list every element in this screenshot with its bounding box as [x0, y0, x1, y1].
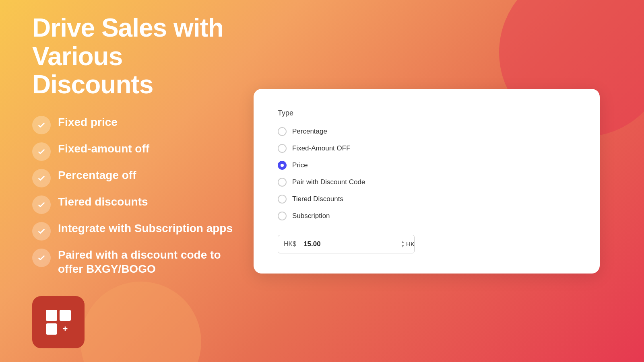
price-input[interactable] — [300, 235, 395, 253]
right-panel: Type Percentage Fixed-Amount OFF Price P… — [242, 89, 612, 274]
radio-label-tiered-discounts: Tiered Discounts — [292, 195, 343, 203]
feature-item-percentage-off: Percentage off — [32, 168, 242, 187]
radio-label-price: Price — [292, 161, 308, 169]
check-icon-tiered-discounts — [37, 200, 46, 209]
check-circle-tiered-discounts — [32, 195, 51, 214]
currency-section[interactable]: ▲ ▼ HKD — [395, 235, 415, 253]
check-icon-fixed-amount-off — [37, 147, 46, 156]
feature-item-paired-discount: Paired with a discount code to offer BXG… — [32, 248, 242, 276]
feature-item-fixed-price: Fixed price — [32, 115, 242, 134]
feature-item-tiered-discounts: Tiered discounts — [32, 195, 242, 214]
currency-code: HKD — [406, 241, 415, 247]
radio-circle-pair-discount-code — [278, 178, 287, 187]
price-prefix: HK$ — [278, 236, 300, 253]
check-circle-fixed-price — [32, 116, 51, 134]
radio-circle-percentage — [278, 127, 287, 136]
feature-label-tiered-discounts: Tiered discounts — [58, 195, 148, 209]
radio-item-percentage[interactable]: Percentage — [278, 127, 576, 136]
icon-square-tl — [46, 310, 57, 321]
price-input-row[interactable]: HK$ ▲ ▼ HKD — [278, 235, 415, 253]
radio-item-pair-discount-code[interactable]: Pair with Discount Code — [278, 178, 576, 187]
currency-arrows: ▲ ▼ — [401, 240, 405, 248]
check-icon-fixed-price — [37, 121, 46, 130]
feature-item-integrate-subscription: Integrate with Subscription apps — [32, 221, 242, 241]
type-label: Type — [278, 109, 576, 117]
radio-item-price[interactable]: Price — [278, 161, 576, 170]
radio-circle-subscription — [278, 212, 287, 220]
radio-item-tiered-discounts[interactable]: Tiered Discounts — [278, 195, 576, 204]
page-background: Drive Sales with Various Discounts Fixed… — [0, 0, 644, 362]
discount-type-card: Type Percentage Fixed-Amount OFF Price P… — [254, 89, 600, 274]
radio-label-pair-discount-code: Pair with Discount Code — [292, 178, 365, 186]
radio-label-fixed-amount-off: Fixed-Amount OFF — [292, 144, 351, 152]
icon-plus: + — [63, 325, 68, 333]
radio-label-percentage: Percentage — [292, 128, 327, 136]
check-circle-paired-discount — [32, 249, 51, 267]
page-title: Drive Sales with Various Discounts — [32, 14, 242, 99]
feature-item-fixed-amount-off: Fixed-amount off — [32, 142, 242, 161]
check-icon-integrate-subscription — [37, 227, 46, 236]
radio-label-subscription: Subscription — [292, 212, 330, 220]
app-icon: + — [32, 296, 85, 348]
radio-circle-fixed-amount-off — [278, 144, 287, 153]
radio-group: Percentage Fixed-Amount OFF Price Pair w… — [278, 127, 576, 220]
feature-label-fixed-amount-off: Fixed-amount off — [58, 142, 149, 156]
check-circle-fixed-amount-off — [32, 142, 51, 161]
check-icon-percentage-off — [37, 174, 46, 183]
left-panel: Drive Sales with Various Discounts Fixed… — [32, 14, 242, 348]
radio-item-subscription[interactable]: Subscription — [278, 212, 576, 220]
arrow-down-icon: ▼ — [401, 245, 405, 248]
icon-square-bl — [46, 323, 57, 335]
check-circle-integrate-subscription — [32, 222, 51, 241]
app-icon-inner: + — [46, 310, 71, 335]
feature-label-percentage-off: Percentage off — [58, 168, 136, 182]
feature-label-integrate-subscription: Integrate with Subscription apps — [58, 221, 233, 235]
radio-item-fixed-amount-off[interactable]: Fixed-Amount OFF — [278, 144, 576, 153]
check-icon-paired-discount — [37, 253, 46, 262]
check-circle-percentage-off — [32, 169, 51, 187]
feature-label-fixed-price: Fixed price — [58, 115, 118, 129]
feature-label-paired-discount: Paired with a discount code to offer BXG… — [58, 248, 242, 276]
radio-circle-price — [278, 161, 287, 170]
icon-square-tr — [60, 310, 71, 321]
feature-list: Fixed price Fixed-amount off Percentage … — [32, 115, 242, 276]
arrow-up-icon: ▲ — [401, 240, 405, 244]
radio-circle-tiered-discounts — [278, 195, 287, 204]
